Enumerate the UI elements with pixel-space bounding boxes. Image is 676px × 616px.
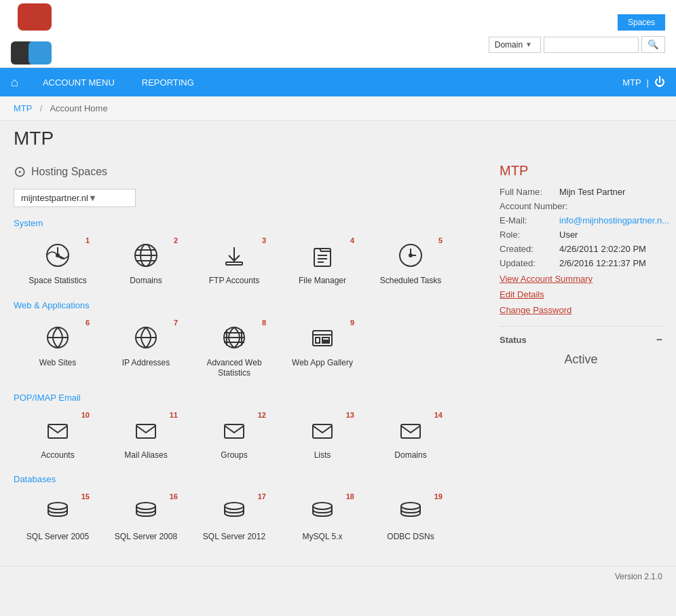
logo-red	[18, 3, 52, 31]
icon-label: Advanced Web Statistics	[195, 358, 273, 379]
icon-label: Domains	[130, 276, 162, 287]
space-dropdown[interactable]: mijntestpartner.nl ▼	[14, 189, 136, 207]
search-input[interactable]	[544, 37, 639, 53]
breadcrumb: MTP / Account Home	[0, 96, 676, 121]
status-section: Status – Active	[500, 326, 662, 367]
icon-item[interactable]: 15 SQL Server 2005	[14, 488, 102, 549]
account-number-row: Account Number:	[500, 201, 662, 211]
svg-rect-32	[48, 424, 67, 438]
left-panel: ⊙ Hosting Spaces mijntestpartner.nl ▼ Sy…	[14, 163, 486, 552]
breadcrumb-link[interactable]: MTP	[14, 103, 32, 113]
mysql-icon	[306, 495, 339, 528]
nav-reporting[interactable]: REPORTING	[128, 69, 208, 96]
icon-item[interactable]: 10 Accounts	[14, 407, 102, 468]
icon-item[interactable]: 16 SQL Server 2008	[102, 488, 190, 549]
nav-home-icon[interactable]: ⌂	[11, 75, 18, 90]
email-row: E-Mail: info@mijnhostingpartner.n...	[500, 215, 662, 225]
status-value: Active	[500, 352, 662, 367]
nav-user[interactable]: MTP	[622, 77, 641, 88]
updated-row: Updated: 2/6/2016 12:21:37 PM	[500, 258, 662, 268]
icon-label: Space Statistics	[29, 276, 86, 287]
lists-icon	[306, 414, 339, 446]
nav-account-menu[interactable]: ACCOUNT MENU	[29, 69, 128, 96]
icon-grid: 10 Accounts11 Mail Aliases12 Groups13 Li…	[14, 407, 486, 468]
icon-item[interactable]: 4 File Manager	[278, 232, 367, 293]
svg-point-15	[409, 254, 412, 257]
category-label: Web & Applications	[14, 300, 486, 310]
nav-right: MTP | ⏻	[622, 76, 665, 88]
created-row: Created: 4/26/2011 2:02:20 PM	[500, 244, 662, 254]
icon-item[interactable]: 8 Advanced Web Statistics	[190, 314, 278, 386]
groups-icon	[218, 414, 250, 446]
icon-label: Web App Gallery	[292, 358, 353, 369]
icon-grid: 15 SQL Server 200516 SQL Server 200817 S…	[14, 488, 486, 549]
icon-item[interactable]: 3 FTP Accounts	[190, 232, 278, 293]
icon-item[interactable]: 5 Scheduled Tasks	[367, 232, 455, 293]
category-label: Databases	[14, 474, 486, 484]
icon-number: 16	[170, 492, 178, 501]
icon-number: 8	[262, 319, 266, 327]
icon-label: Lists	[314, 450, 331, 461]
page-title: MTP	[0, 121, 676, 149]
full-name-value: Mijn Test Partner	[559, 187, 625, 197]
nav-bar: ⌂ ACCOUNT MENU REPORTING MTP | ⏻	[0, 68, 676, 96]
search-button[interactable]: 🔍	[641, 36, 665, 53]
icon-item[interactable]: 9 Web App Gallery	[278, 314, 367, 386]
svg-point-38	[136, 503, 155, 509]
icon-item[interactable]: 1 Space Statistics	[14, 232, 102, 293]
edit-details-link[interactable]: Edit Details	[500, 289, 662, 300]
email-domains-icon	[394, 414, 427, 446]
search-area: Domain ▼ 🔍	[489, 36, 665, 53]
icon-number: 4	[350, 236, 354, 244]
updated-label: Updated:	[500, 258, 554, 268]
icon-grid: 6 Web Sites7 IP Addresses8 Ad	[14, 314, 486, 386]
icon-label: File Manager	[299, 276, 346, 287]
space-dropdown-arrow-icon: ▼	[88, 193, 128, 203]
hosting-spaces-icon: ⊙	[14, 163, 26, 181]
icon-item[interactable]: 7 IP Addresses	[102, 314, 190, 386]
file-manager-icon	[306, 239, 339, 272]
nav-power-icon[interactable]: ⏻	[654, 76, 665, 88]
advanced-web-stats-icon	[218, 321, 250, 354]
icon-item[interactable]: 17 SQL Server 2012	[190, 488, 278, 549]
nav-left: ⌂ ACCOUNT MENU REPORTING	[11, 69, 208, 96]
domain-arrow-icon: ▼	[525, 41, 532, 48]
icon-item[interactable]: 14 Domains	[367, 407, 455, 468]
icon-item[interactable]: 11 Mail Aliases	[102, 407, 190, 468]
role-value: User	[559, 230, 578, 240]
icon-grid: 1 Space Statistics2 Domains3 FTP Account…	[14, 232, 486, 293]
icon-number: 7	[174, 319, 178, 327]
domain-select[interactable]: Domain ▼	[489, 37, 541, 53]
icon-item[interactable]: 12 Groups	[190, 407, 278, 468]
icon-label: Web Sites	[39, 358, 76, 369]
svg-point-40	[313, 503, 332, 509]
top-right: Spaces Domain ▼ 🔍	[489, 14, 665, 53]
space-stats-icon	[41, 239, 74, 272]
icon-label: ODBC DSNs	[387, 532, 434, 543]
spaces-tab[interactable]: Spaces	[618, 14, 665, 31]
account-number-label: Account Number:	[500, 201, 567, 211]
icon-item[interactable]: 18 MySQL 5.x	[278, 488, 367, 549]
created-value: 4/26/2011 2:02:20 PM	[559, 244, 646, 254]
icon-item[interactable]: 2 Domains	[102, 232, 190, 293]
domain-label: Domain	[495, 40, 523, 50]
category-label: System	[14, 218, 486, 228]
category-label: POP/IMAP Email	[14, 393, 486, 403]
nav-separator: |	[647, 77, 649, 88]
view-account-summary-link[interactable]: View Account Summary	[500, 274, 662, 284]
icon-number: 11	[170, 411, 178, 419]
change-password-link[interactable]: Change Password	[500, 305, 662, 315]
icon-item[interactable]: 19 ODBC DSNs	[367, 488, 455, 549]
email-value[interactable]: info@mijnhostingpartner.n...	[559, 215, 669, 225]
icon-label: FTP Accounts	[209, 276, 259, 287]
updated-value: 2/6/2016 12:21:37 PM	[559, 258, 646, 268]
icon-item[interactable]: 6 Web Sites	[14, 314, 102, 386]
status-collapse-icon[interactable]: –	[656, 333, 662, 346]
right-panel: MTP Full Name: Mijn Test Partner Account…	[500, 163, 662, 552]
icon-label: SQL Server 2005	[26, 532, 89, 543]
top-bar: Spaces Domain ▼ 🔍	[0, 0, 676, 68]
categories-container: System1 Space Statistics2 Domains3 FTP A…	[14, 218, 486, 549]
status-header: Status –	[500, 333, 662, 346]
svg-point-37	[48, 503, 67, 509]
icon-item[interactable]: 13 Lists	[278, 407, 367, 468]
